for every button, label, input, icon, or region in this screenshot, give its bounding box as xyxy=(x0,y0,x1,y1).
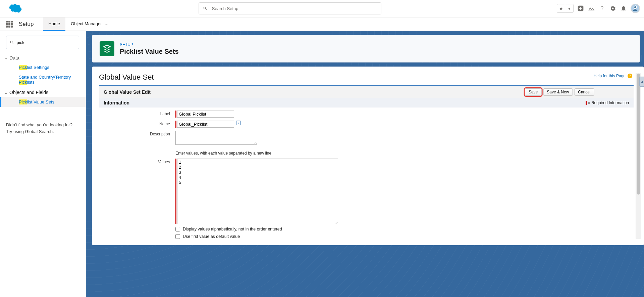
required-info: = Required Information xyxy=(586,100,629,105)
chevron-down-icon: ▾ xyxy=(565,4,573,12)
tab-home[interactable]: Home xyxy=(43,17,65,31)
global-header: ★ ▾ ? xyxy=(0,0,644,17)
cancel-button[interactable]: Cancel xyxy=(574,88,594,96)
gear-icon[interactable] xyxy=(609,5,616,12)
help-icon[interactable]: ? xyxy=(598,5,606,12)
sidebar-notfound: Didn't find what you're looking for? Try… xyxy=(6,122,79,135)
svg-text:?: ? xyxy=(601,5,603,11)
description-lbl: Description xyxy=(99,131,175,136)
save-and-new-button[interactable]: Save & New xyxy=(543,88,573,96)
setup-sidebar: ⌄Data Picklist Settings State and Countr… xyxy=(0,31,86,297)
add-icon[interactable] xyxy=(577,5,584,12)
display-alpha-checkbox[interactable] xyxy=(175,227,180,231)
values-field[interactable] xyxy=(177,159,338,224)
header-actions: ★ ▾ ? xyxy=(557,4,640,13)
app-subheader: Setup Home Object Manager⌄ xyxy=(0,17,644,31)
sidebar-item-state-country-picklists[interactable]: State and Country/Territory Picklists xyxy=(6,72,79,87)
global-search[interactable] xyxy=(199,2,381,14)
page-header: SETUP Picklist Value Sets xyxy=(92,35,640,62)
detail-title: Global Value Set xyxy=(99,73,634,82)
label-field[interactable] xyxy=(177,111,234,118)
scrollbar-thumb[interactable] xyxy=(637,74,640,195)
values-hint: Enter values, with each value separated … xyxy=(175,151,634,156)
side-panel-handle[interactable]: ◂ xyxy=(639,77,644,87)
svg-point-2 xyxy=(634,6,636,8)
bell-icon[interactable] xyxy=(620,5,627,12)
chevron-down-icon: ⌄ xyxy=(4,55,8,60)
favorites-button[interactable]: ★ ▾ xyxy=(557,4,574,13)
sidebar-item-picklist-value-sets[interactable]: Picklist Value Sets xyxy=(0,97,86,107)
tree-group-objects-fields[interactable]: ⌄Objects and Fields xyxy=(4,90,79,95)
detail-panel: Global Value Set Help for this Page? Glo… xyxy=(92,67,644,245)
save-button[interactable]: Save xyxy=(525,88,541,96)
first-default-label: Use first value as default value xyxy=(183,234,240,239)
search-icon xyxy=(10,40,14,45)
name-field[interactable] xyxy=(177,121,234,128)
section-bar: Global Value Set Edit Save Save & New Ca… xyxy=(99,85,634,98)
section-title: Global Value Set Edit xyxy=(104,89,151,95)
avatar[interactable] xyxy=(631,4,640,13)
first-default-checkbox[interactable] xyxy=(175,234,180,239)
tab-object-manager[interactable]: Object Manager⌄ xyxy=(65,17,114,31)
label-lbl: Label xyxy=(99,111,175,116)
chevron-down-icon: ⌄ xyxy=(4,90,8,95)
star-icon: ★ xyxy=(557,4,565,12)
app-name: Setup xyxy=(19,21,43,28)
quick-find-input[interactable] xyxy=(17,40,75,45)
salesforce-logo-icon xyxy=(6,3,23,14)
info-bar: Information = Required Information xyxy=(99,98,634,108)
page-title: Picklist Value Sets xyxy=(120,48,179,55)
values-lbl: Values xyxy=(99,159,175,164)
help-link[interactable]: Help for this Page? xyxy=(594,74,632,78)
sidebar-item-picklist-settings[interactable]: Picklist Settings xyxy=(6,62,79,72)
tree-group-data[interactable]: ⌄Data xyxy=(4,55,79,60)
trailhead-icon[interactable] xyxy=(588,5,595,12)
info-header: Information xyxy=(104,100,129,105)
name-lbl: Name xyxy=(99,121,175,126)
picklist-icon xyxy=(100,41,114,56)
help-icon: ? xyxy=(628,74,632,78)
search-icon xyxy=(203,6,207,11)
required-bar-icon xyxy=(586,101,587,105)
info-icon[interactable]: i xyxy=(236,121,241,125)
quick-find[interactable] xyxy=(6,36,79,49)
chevron-down-icon: ⌄ xyxy=(105,21,108,26)
scrollbar[interactable] xyxy=(636,73,641,239)
description-field[interactable] xyxy=(175,131,257,145)
page-kicker: SETUP xyxy=(120,42,179,47)
content-area: SETUP Picklist Value Sets ◂ Global Value… xyxy=(86,31,644,297)
display-alpha-label: Display values alphabetically, not in th… xyxy=(183,227,282,231)
global-search-input[interactable] xyxy=(212,6,377,11)
app-launcher-icon[interactable] xyxy=(6,21,13,28)
